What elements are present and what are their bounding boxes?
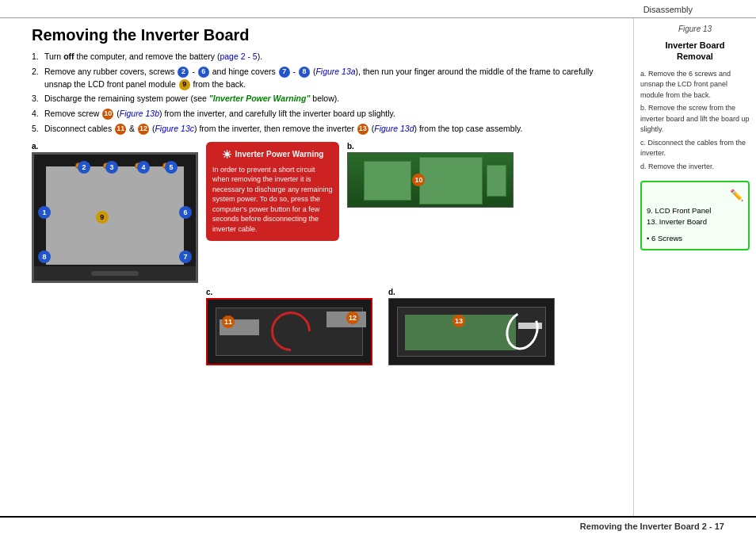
- page-container: Disassembly Removing the Inverter Board …: [0, 0, 756, 535]
- img-badge-2: 2: [78, 161, 90, 174]
- img-badge-1: 1: [38, 206, 51, 219]
- img-badge-12: 12: [346, 311, 359, 324]
- figure-note-c: c. Disconnect the cables from the invert…: [640, 138, 750, 159]
- instructions-list: Turn off the computer, and remove the ba…: [32, 51, 621, 136]
- img-badge-5: 5: [165, 161, 178, 174]
- inverter-warning-link[interactable]: "Inverter Power Warning": [209, 94, 311, 103]
- fig13a-link[interactable]: Figure 13a: [315, 67, 355, 76]
- figure-note-d: d. Remove the inverter.: [640, 162, 750, 173]
- warning-box: ☀ Inverter Power Warning In order to pre…: [206, 142, 339, 241]
- figure-title-line1: Inverter BoardRemoval: [665, 40, 724, 61]
- instruction-4: Remove screw 10 (Figure 13b) from the in…: [32, 108, 621, 120]
- page-link[interactable]: page 2 - 5: [220, 52, 257, 61]
- notes-item-3: • 6 Screws: [647, 233, 743, 244]
- badge-6: 6: [198, 67, 209, 78]
- pcb-comp-3: [487, 165, 506, 197]
- instruction-2: Remove any rubber covers, screws 2 - 6 a…: [32, 66, 621, 91]
- instruction-1: Turn off the computer, and remove the ba…: [32, 51, 621, 63]
- badge-2: 2: [178, 67, 189, 78]
- warning-title: ☀ Inverter Power Warning: [212, 148, 333, 161]
- figure-notes: a. Remove the 6 screws and unsnap the LC…: [640, 69, 750, 175]
- right-sidebar: Figure 13 Inverter BoardRemoval a. Remov…: [633, 18, 756, 516]
- images-row-2: c. 11 12: [32, 288, 621, 365]
- figure-number: Figure 13: [640, 25, 750, 33]
- image-c-label: c.: [206, 288, 372, 296]
- image-b: 10: [347, 152, 514, 208]
- img-badge-3: 3: [105, 161, 118, 174]
- img-badge-7: 7: [179, 250, 192, 263]
- image-d: 13: [388, 298, 555, 365]
- fig13d-link[interactable]: Figure 13d: [374, 124, 414, 133]
- bottom-footer: Removing the Inverter Board 2 - 17: [0, 516, 756, 535]
- img-badge-10: 10: [412, 174, 425, 186]
- notes-box: ✏️ 9. LCD Front Panel 13. Inverter Board…: [640, 181, 750, 250]
- warning-title-text: Inverter Power Warning: [235, 150, 324, 159]
- fig13b-link[interactable]: Figure 13b: [120, 109, 159, 118]
- badge-8: 8: [299, 67, 310, 78]
- badge-10: 10: [102, 109, 113, 120]
- img-badge-9: 9: [96, 211, 109, 224]
- badge-9: 9: [179, 79, 190, 90]
- image-c: 11 12: [206, 298, 372, 365]
- notes-item-1: 9. LCD Front Panel: [647, 205, 743, 216]
- instruction-3: Discharge the remaining system power (se…: [32, 93, 621, 105]
- notes-item-2: 13. Inverter Board: [647, 216, 743, 227]
- badge-13: 13: [357, 124, 368, 135]
- pencil-icon: ✏️: [647, 187, 743, 204]
- lcd-screen: [46, 166, 184, 265]
- img-badge-11: 11: [222, 315, 235, 328]
- footer-text: Removing the Inverter Board 2 - 17: [580, 522, 724, 531]
- lcd-bottom-bar: [34, 266, 196, 281]
- pcb-comp-2: [419, 157, 483, 204]
- img-badge-13: 13: [452, 315, 465, 327]
- warning-text: In order to prevent a short circuit when…: [212, 165, 333, 235]
- left-content: Removing the Inverter Board Turn off the…: [0, 18, 633, 516]
- badge-11: 11: [115, 124, 126, 135]
- images-row-1: a. 9 2 3: [32, 142, 621, 283]
- top-header: Disassembly: [0, 0, 756, 18]
- image-a: 9 2 3 4 5 1 6 8 7: [32, 152, 198, 283]
- badge-7: 7: [279, 67, 290, 78]
- bold-off: off: [63, 52, 74, 61]
- image-b-label: b.: [347, 142, 514, 151]
- img-badge-6b: 6: [179, 206, 192, 219]
- section-label: Disassembly: [643, 5, 693, 14]
- instruction-5: Disconnect cables 11 & 12 (Figure 13c) f…: [32, 123, 621, 136]
- warning-icon: ☀: [222, 148, 232, 161]
- fig13c-link[interactable]: Figure 13c: [155, 124, 194, 133]
- page-title: Removing the Inverter Board: [32, 26, 621, 44]
- figure-note-a: a. Remove the 6 screws and unsnap the LC…: [640, 69, 750, 101]
- figure-title: Inverter BoardRemoval: [640, 40, 750, 63]
- pcb-comp-1: [364, 161, 411, 201]
- image-a-label: a.: [32, 142, 198, 151]
- img-badge-4: 4: [137, 161, 150, 174]
- images-grid: a. 9 2 3: [32, 142, 621, 365]
- badge-12: 12: [138, 124, 149, 135]
- lcd-connector: [91, 271, 139, 276]
- figure-note-b: b. Remove the screw from the inverter bo…: [640, 103, 750, 136]
- main-content: Removing the Inverter Board Turn off the…: [0, 18, 756, 516]
- img-badge-8: 8: [38, 250, 51, 263]
- image-d-label: d.: [388, 288, 555, 296]
